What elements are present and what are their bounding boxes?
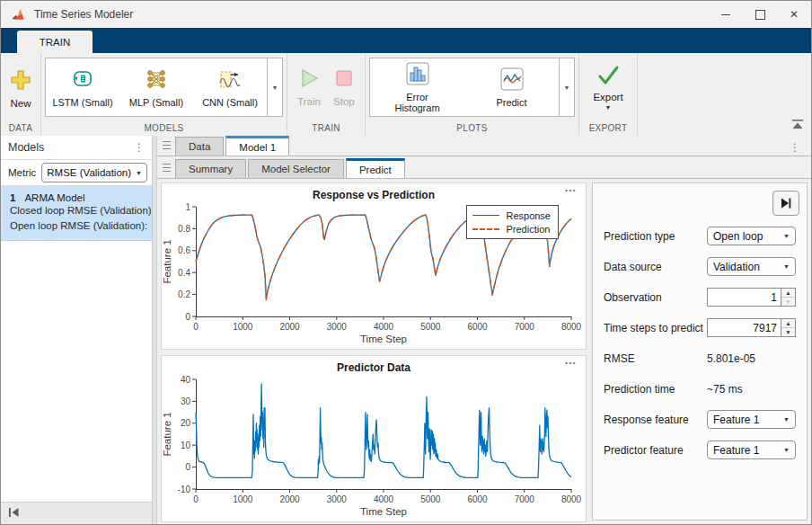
chevron-down-icon: ▼ — [564, 85, 570, 91]
export-check-icon — [596, 65, 620, 90]
close-icon: ✕ — [790, 8, 799, 21]
svg-text:7000: 7000 — [515, 322, 535, 332]
model-list-item-selected[interactable]: 1ARMA Model Closed loop RMSE (Validation… — [1, 186, 152, 241]
rmse-row: RMSE 5.801e-05 — [604, 348, 796, 369]
metric-dropdown[interactable]: RMSE (Validation) ▼ — [41, 163, 147, 182]
observation-decrement-button[interactable]: ▼ — [781, 298, 795, 306]
error-histogram-icon — [406, 62, 429, 89]
section-caption-train: TRAIN — [287, 121, 365, 136]
plots-gallery: Error Histogram Predict — [369, 58, 560, 117]
time-steps-decrement-button[interactable]: ▼ — [781, 328, 795, 336]
tab-row-grip-icon[interactable] — [163, 141, 171, 149]
response-line-sample — [472, 215, 499, 216]
model-item-name: ARMA Model — [24, 192, 84, 203]
models-gallery: LSTM (Small) — [45, 58, 268, 117]
toolstrip-section-plots: Error Histogram Predict — [366, 53, 579, 136]
observation-increment-button[interactable]: ▲ — [781, 289, 795, 298]
chevron-down-icon: ▼ — [783, 447, 790, 453]
close-button[interactable]: ✕ — [777, 1, 811, 28]
svg-text:20: 20 — [181, 418, 191, 428]
collapse-left-icon — [8, 507, 20, 518]
maximize-button[interactable] — [743, 1, 777, 28]
collapse-panel-left-button[interactable] — [1, 505, 20, 521]
prediction-type-dropdown[interactable]: Open loop ▼ — [707, 227, 796, 245]
minimize-button[interactable] — [709, 1, 743, 28]
collapse-ribbon-button[interactable] — [791, 117, 804, 133]
models-panel-menu-icon[interactable]: ⋮ — [134, 143, 145, 152]
response-feature-label: Response feature — [604, 414, 689, 426]
gallery-item-predict-label: Predict — [496, 97, 526, 108]
tab-summary[interactable]: Summary — [175, 159, 246, 178]
svg-text:0.4: 0.4 — [178, 268, 190, 278]
model-item-metric-line: Closed loop RMSE (Validation): — [10, 203, 152, 218]
svg-text:0: 0 — [193, 494, 199, 504]
svg-text:8000: 8000 — [561, 322, 582, 332]
new-button[interactable]: New — [9, 68, 32, 109]
predict-plot-icon — [500, 67, 524, 94]
rmse-value: 5.801e-05 — [707, 352, 796, 365]
svg-text:30: 30 — [181, 396, 191, 406]
svg-text:0: 0 — [185, 312, 190, 322]
tab-predict[interactable]: Predict — [346, 158, 405, 178]
chart-options-icon[interactable]: ••• — [565, 359, 577, 367]
svg-text:0.6: 0.6 — [178, 245, 190, 255]
svg-text:1000: 1000 — [233, 494, 253, 504]
gallery-item-lstm[interactable]: LSTM (Small) — [46, 67, 119, 108]
stop-button-label: Stop — [333, 96, 355, 107]
data-source-dropdown[interactable]: Validation ▼ — [707, 257, 796, 276]
svg-text:6000: 6000 — [467, 494, 488, 504]
prediction-type-label: Prediction type — [604, 230, 675, 243]
time-steps-increment-button[interactable]: ▲ — [781, 319, 795, 328]
response-feature-dropdown[interactable]: Feature 1 ▼ — [707, 410, 796, 429]
stop-button[interactable]: Stop — [333, 67, 355, 107]
lstm-icon — [71, 67, 94, 94]
svg-text:2000: 2000 — [279, 322, 300, 332]
train-button[interactable]: Train — [297, 67, 321, 107]
response-feature-row: Response feature Feature 1 ▼ — [604, 409, 796, 430]
collapse-up-icon — [791, 120, 804, 129]
predictor-chart-panel: Predictor Data ••• 010002000300040005000… — [161, 355, 587, 522]
ribbon-tab-train[interactable]: TRAIN — [17, 31, 93, 53]
chart-options-icon[interactable]: ••• — [565, 186, 577, 194]
subtab-row-grip-icon[interactable] — [163, 164, 171, 172]
tab-model-selector[interactable]: Model Selector — [248, 159, 344, 178]
svg-text:Feature 1: Feature 1 — [162, 412, 172, 456]
data-source-row: Data source Validation ▼ — [604, 256, 796, 277]
gallery-item-predict[interactable]: Predict — [464, 67, 559, 108]
chart-legend: Response Prediction — [466, 205, 559, 239]
section-caption-data: DATA — [1, 121, 40, 136]
observation-input[interactable]: 1 — [708, 289, 781, 306]
tab-data[interactable]: Data — [175, 137, 224, 156]
time-steps-input[interactable]: 7917 — [708, 319, 781, 336]
legend-label-prediction: Prediction — [506, 224, 550, 235]
svg-text:3000: 3000 — [327, 322, 348, 332]
predictor-feature-dropdown[interactable]: Feature 1 ▼ — [707, 440, 796, 459]
metric-dropdown-value: RMSE (Validation) — [47, 167, 131, 178]
toolstrip: New DATA — [1, 53, 811, 137]
collapse-panel-right-button[interactable] — [772, 191, 799, 216]
main-area: Models ⋮ Metric RMSE (Validation) ▼ 1ARM… — [1, 136, 811, 524]
svg-text:Time Step: Time Step — [360, 334, 407, 344]
chevron-down-icon: ▼ — [605, 104, 612, 111]
legend-label-response: Response — [506, 210, 551, 221]
gallery-item-cnn[interactable]: CNN (Small) — [193, 67, 267, 108]
legend-entry-response: Response — [472, 209, 551, 222]
svg-text:40: 40 — [181, 375, 191, 385]
tab-model-1[interactable]: Model 1 — [225, 136, 289, 156]
data-source-value: Validation — [713, 261, 760, 273]
model-item-metric-line: Open loop RMSE (Validation): — [10, 218, 152, 234]
toolstrip-section-data: New DATA — [1, 53, 41, 136]
plots-gallery-dropdown-button[interactable]: ▼ — [560, 58, 575, 117]
svg-text:8000: 8000 — [561, 494, 582, 504]
svg-text:Feature 1: Feature 1 — [162, 239, 172, 283]
chevron-down-icon: ▼ — [272, 85, 278, 91]
models-gallery-dropdown-button[interactable]: ▼ — [268, 58, 283, 117]
svg-text:0: 0 — [193, 322, 199, 332]
document-tab-menu-icon[interactable]: ⋮ — [790, 143, 800, 152]
matlab-logo-icon — [12, 8, 27, 22]
train-play-icon — [298, 67, 320, 93]
gallery-item-mlp[interactable]: MLP (Small) — [119, 67, 193, 108]
export-button[interactable]: Export ▼ — [593, 65, 622, 111]
gallery-item-error-histogram[interactable]: Error Histogram — [370, 62, 464, 113]
prediction-type-row: Prediction type Open loop ▼ — [604, 226, 796, 246]
